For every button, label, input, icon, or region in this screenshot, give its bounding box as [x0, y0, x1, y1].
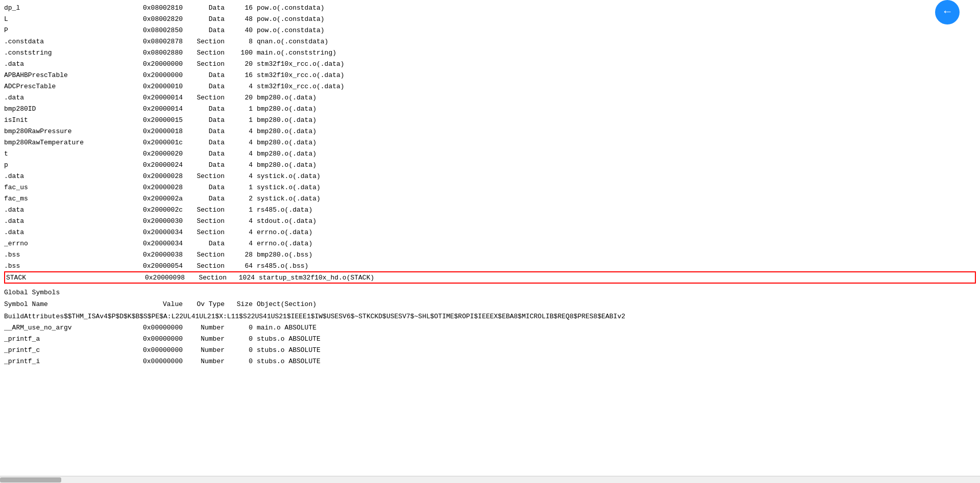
back-arrow-icon: ← — [944, 7, 950, 18]
symbol-object: startup_stm32f10x_hd.o(STACK) — [259, 274, 374, 282]
symbol-type: Section — [188, 228, 229, 236]
symbol-name: t — [4, 150, 116, 158]
symbol-type: Data — [188, 71, 229, 79]
symbol-name: .data — [4, 228, 116, 236]
symbol-object: pow.o(.constdata) — [257, 4, 325, 12]
table-row: STACK0x20000098Section1024startup_stm32f… — [4, 271, 976, 284]
table-row: t0x20000020Data4bmp280.o(.data) — [4, 148, 976, 159]
table-row: BuildAttributes$$THM_ISAv4$P$D$K$B$S$PE$… — [4, 311, 964, 322]
symbol-object: bmp280.o(.data) — [257, 94, 316, 101]
symbol-size: 100 — [229, 49, 257, 57]
symbol-type: Number — [188, 346, 229, 354]
col-header-value: Value — [116, 300, 183, 308]
symbol-size: 4 — [229, 150, 257, 158]
symbol-name: p — [4, 161, 116, 169]
symbol-size: 1 — [229, 116, 257, 124]
symbol-size: 20 — [229, 94, 257, 101]
symbol-name: P — [4, 27, 116, 34]
col-header-symbol-name: Symbol Name — [4, 300, 116, 308]
symbol-value: 0x20000028 — [116, 184, 183, 191]
symbol-type: Number — [188, 358, 229, 365]
symbol-size: 16 — [229, 4, 257, 12]
symbol-object: bmp280.o(.data) — [257, 105, 316, 113]
symbol-type: Data — [188, 128, 229, 135]
symbol-size: 0 — [229, 335, 257, 343]
symbol-value: 0x2000001c — [116, 139, 183, 146]
symbol-name: _printf_i — [4, 358, 116, 365]
symbol-value: 0x20000015 — [116, 116, 183, 124]
symbol-value: 0x08002850 — [116, 27, 183, 34]
symbol-size: 16 — [229, 71, 257, 79]
symbol-name: fac_us — [4, 184, 116, 191]
table-row: .data0x20000028Section4systick.o(.data) — [4, 170, 976, 182]
symbol-type: Section — [188, 38, 229, 45]
symbol-value: 0x00000000 — [116, 358, 183, 365]
symbol-object: stm32f10x_rcc.o(.data) — [257, 60, 345, 68]
symbol-type: Data — [188, 195, 229, 202]
symbol-size: 1 — [229, 184, 257, 191]
symbol-type: Data — [188, 240, 229, 247]
symbol-value: 0x2000002a — [116, 195, 183, 202]
symbol-size: 4 — [229, 128, 257, 135]
symbol-object: pow.o(.constdata) — [257, 15, 325, 23]
table-row: .bss0x20000038Section28bmp280.o(.bss) — [4, 249, 976, 260]
symbol-object: stubs.o ABSOLUTE — [257, 358, 321, 365]
symbol-size: 0 — [229, 358, 257, 365]
symbol-value: 0x20000054 — [116, 262, 183, 270]
symbol-name: _printf_a — [4, 335, 116, 343]
table-row: _errno0x20000034Data4errno.o(.data) — [4, 238, 976, 249]
table-row: fac_ms0x2000002aData2systick.o(.data) — [4, 193, 976, 204]
table-row: dp_l0x08002810Data16pow.o(.constdata) — [4, 2, 976, 13]
symbol-size: 1 — [229, 105, 257, 113]
table-row: .constdata0x08002878Section8qnan.o(.cons… — [4, 36, 976, 47]
symbol-value: 0x20000030 — [116, 217, 183, 225]
table-row: ADCPrescTable0x20000010Data4stm32f10x_rc… — [4, 81, 976, 92]
symbol-value: 0x08002878 — [116, 38, 183, 45]
symbol-value: 0x20000024 — [116, 161, 183, 169]
symbol-value: 0x20000014 — [116, 94, 183, 101]
symbol-name: .bss — [4, 262, 116, 270]
symbol-size: 4 — [229, 172, 257, 180]
global-symbols-header-row: Symbol Name Value Ov Type Size Object(Se… — [4, 298, 976, 310]
symbol-value: 0x20000014 — [116, 105, 183, 113]
symbol-name: isInit — [4, 116, 116, 124]
global-rows-container: BuildAttributes$$THM_ISAv4$P$D$K$B$S$PE$… — [4, 311, 976, 367]
symbol-size: 2 — [229, 195, 257, 202]
symbol-object: pow.o(.constdata) — [257, 27, 325, 34]
symbol-name: STACK — [6, 274, 118, 282]
symbol-size: 48 — [229, 15, 257, 23]
symbol-size: 8 — [229, 38, 257, 45]
symbol-size: 64 — [229, 262, 257, 270]
symbol-type: Section — [188, 262, 229, 270]
table-row: isInit0x20000015Data1bmp280.o(.data) — [4, 114, 976, 125]
symbol-size: 1024 — [231, 274, 259, 282]
symbol-object: systick.o(.data) — [257, 172, 321, 180]
symbol-name: L — [4, 15, 116, 23]
symbol-size: 4 — [229, 139, 257, 146]
back-button[interactable]: ← — [935, 0, 960, 24]
symbol-size: 4 — [229, 161, 257, 169]
symbol-name: bmp280RawPressure — [4, 128, 116, 135]
symbol-type: Data — [188, 83, 229, 90]
symbol-value: 0x20000034 — [116, 228, 183, 236]
symbol-size: 4 — [229, 228, 257, 236]
table-row: p0x20000024Data4bmp280.o(.data) — [4, 159, 976, 170]
horizontal-scrollbar[interactable] — [0, 476, 980, 483]
symbol-value: 0x00000000 — [116, 335, 183, 343]
symbol-type: Data — [188, 4, 229, 12]
symbol-type: Section — [188, 251, 229, 259]
col-header-size: Size — [229, 300, 257, 308]
symbol-name: .data — [4, 94, 116, 101]
table-row: .data0x20000034Section4errno.o(.data) — [4, 226, 976, 238]
symbol-object: systick.o(.data) — [257, 184, 321, 191]
symbol-size: 0 — [229, 324, 257, 332]
scrollbar-thumb[interactable] — [0, 477, 61, 482]
symbol-name: ADCPrescTable — [4, 83, 116, 90]
symbol-size: 1 — [229, 206, 257, 214]
global-symbols-label: Global Symbols — [4, 289, 60, 296]
table-row: bmp280RawTemperature0x2000001cData4bmp28… — [4, 137, 976, 148]
symbol-name: .data — [4, 206, 116, 214]
symbol-value: 0x20000098 — [118, 274, 185, 282]
symbol-object: errno.o(.data) — [257, 240, 312, 247]
symbol-value: 0x20000018 — [116, 128, 183, 135]
